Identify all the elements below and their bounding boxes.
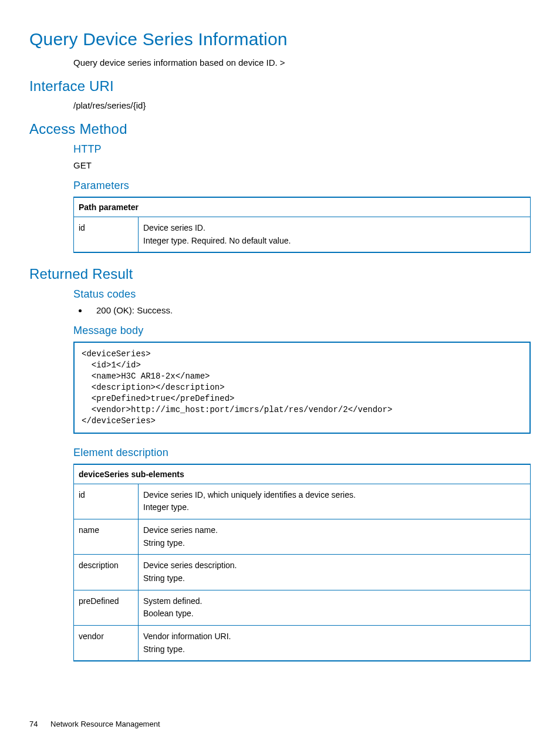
element-table-body: idDevice series ID, which uniquely ident… bbox=[74, 484, 531, 661]
parameters-table-header: Path parameter bbox=[74, 197, 531, 217]
table-cell-name: id bbox=[74, 217, 139, 253]
http-label: HTTP bbox=[73, 143, 531, 156]
access-method-heading: Access Method bbox=[29, 121, 531, 137]
parameters-table: Path parameter idDevice series ID. Integ… bbox=[73, 197, 531, 253]
status-codes-label: Status codes bbox=[73, 288, 531, 301]
list-item: 200 (OK): Success. bbox=[88, 305, 531, 315]
table-cell-desc: Device series ID, which uniquely identif… bbox=[139, 484, 531, 519]
table-cell-desc: Vendor information URI. String type. bbox=[139, 626, 531, 661]
parameters-label: Parameters bbox=[73, 180, 531, 192]
interface-uri-value: /plat/res/series/{id} bbox=[73, 100, 531, 110]
message-body-code: <deviceSeries> <id>1</id> <name>H3C AR18… bbox=[73, 342, 531, 433]
element-description-label: Element description bbox=[73, 447, 531, 459]
table-cell-desc: Device series name. String type. bbox=[139, 519, 531, 554]
table-cell-name: description bbox=[74, 555, 139, 590]
page-footer: 74 Network Resource Management bbox=[29, 720, 160, 728]
table-cell-desc: System defined. Boolean type. bbox=[139, 590, 531, 625]
table-cell-name: id bbox=[74, 484, 139, 519]
table-cell-name: vendor bbox=[74, 626, 139, 661]
table-row: idDevice series ID. Integer type. Requir… bbox=[74, 217, 531, 253]
interface-uri-heading: Interface URI bbox=[29, 78, 531, 94]
table-row: preDefinedSystem defined. Boolean type. bbox=[74, 590, 531, 625]
table-row: descriptionDevice series description. St… bbox=[74, 555, 531, 590]
table-row: vendorVendor information URI. String typ… bbox=[74, 626, 531, 661]
page-title: Query Device Series Information bbox=[29, 29, 531, 49]
parameters-table-body: idDevice series ID. Integer type. Requir… bbox=[74, 217, 531, 253]
intro-text: Query device series information based on… bbox=[73, 58, 531, 67]
message-body-label: Message body bbox=[73, 325, 531, 337]
element-table-header: deviceSeries sub-elements bbox=[74, 464, 531, 484]
status-codes-list: 200 (OK): Success. bbox=[88, 305, 531, 315]
table-cell-desc: Device series ID. Integer type. Required… bbox=[139, 217, 531, 253]
http-method: GET bbox=[73, 160, 531, 170]
table-cell-name: preDefined bbox=[74, 590, 139, 625]
page-number: 74 bbox=[29, 720, 38, 728]
returned-result-heading: Returned Result bbox=[29, 266, 531, 282]
table-cell-name: name bbox=[74, 519, 139, 554]
table-row: idDevice series ID, which uniquely ident… bbox=[74, 484, 531, 519]
table-cell-desc: Device series description. String type. bbox=[139, 555, 531, 590]
element-table: deviceSeries sub-elements idDevice serie… bbox=[73, 464, 531, 662]
table-row: nameDevice series name. String type. bbox=[74, 519, 531, 554]
footer-section: Network Resource Management bbox=[50, 720, 160, 728]
